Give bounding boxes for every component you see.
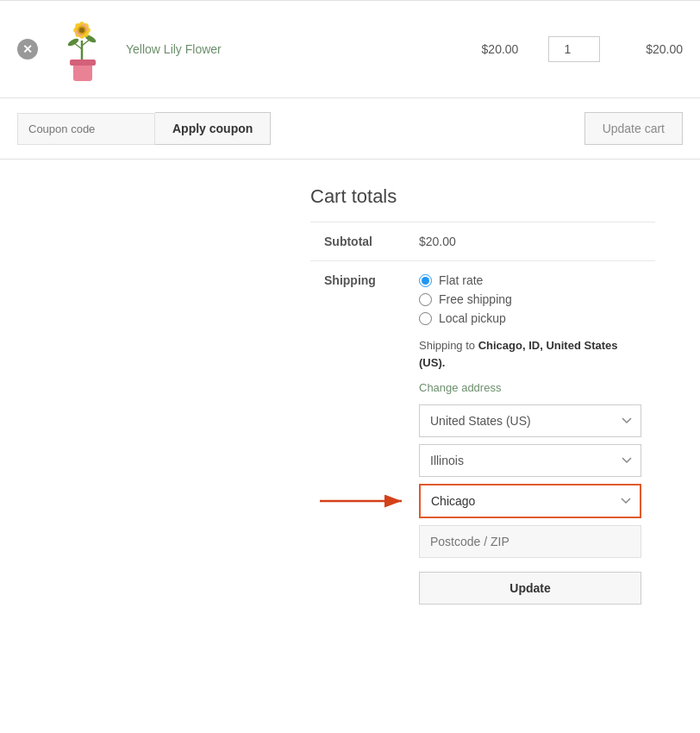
product-total: $20.00 [614, 42, 683, 56]
local-pickup-label: Local pickup [439, 311, 506, 325]
city-field-container: Chicago Springfield Naperville [419, 484, 641, 518]
totals-table: Subtotal $20.00 Shipping Flat rate Free … [310, 222, 655, 617]
close-icon: ✕ [22, 42, 33, 56]
coupon-left: Apply coupon [17, 112, 271, 145]
state-select[interactable]: Illinois California Texas New York [419, 444, 641, 477]
shipping-options: Flat rate Free shipping Local pickup [419, 273, 641, 325]
quantity-input[interactable] [548, 36, 600, 62]
address-fields: United States (US) Canada United Kingdom… [419, 404, 641, 605]
shipping-option-free[interactable]: Free shipping [419, 292, 641, 306]
free-shipping-label: Free shipping [439, 292, 512, 306]
free-shipping-radio[interactable] [419, 293, 432, 306]
flat-rate-radio[interactable] [419, 274, 432, 287]
subtotal-row: Subtotal $20.00 [310, 222, 655, 261]
update-address-button[interactable]: Update [419, 572, 641, 605]
city-select[interactable]: Chicago Springfield Naperville [419, 484, 641, 518]
shipping-option-flat-rate[interactable]: Flat rate [419, 273, 641, 287]
shipping-option-local[interactable]: Local pickup [419, 311, 641, 325]
update-cart-button[interactable]: Update cart [584, 112, 683, 145]
flat-rate-label: Flat rate [439, 273, 483, 287]
cart-totals-section: Cart totals Subtotal $20.00 Shipping Fla… [310, 185, 672, 617]
coupon-input[interactable] [17, 113, 155, 145]
product-name-link[interactable]: Yellow Lily Flower [126, 42, 452, 56]
change-address-link[interactable]: Change address [419, 381, 641, 394]
subtotal-value: $20.00 [405, 222, 655, 261]
country-select[interactable]: United States (US) Canada United Kingdom [419, 404, 641, 437]
shipping-cell: Flat rate Free shipping Local pickup Shi… [405, 261, 655, 617]
svg-rect-1 [70, 60, 96, 66]
product-image [52, 15, 112, 84]
subtotal-label: Subtotal [310, 222, 405, 261]
svg-point-14 [79, 28, 84, 33]
postcode-input[interactable] [419, 525, 641, 558]
remove-item-button[interactable]: ✕ [17, 39, 38, 60]
shipping-to-prefix: Shipping to [419, 339, 478, 352]
shipping-row: Shipping Flat rate Free shipping Local p… [310, 261, 655, 617]
local-pickup-radio[interactable] [419, 312, 432, 325]
shipping-to-text: Shipping to Chicago, ID, United States (… [419, 337, 641, 371]
cart-totals-title: Cart totals [310, 185, 655, 208]
apply-coupon-button[interactable]: Apply coupon [155, 112, 271, 145]
coupon-row: Apply coupon Update cart [0, 98, 700, 160]
annotation-arrow [316, 488, 410, 514]
shipping-label: Shipping [310, 261, 405, 617]
product-price: $20.00 [466, 42, 534, 56]
cart-item-row: ✕ Yellow Lily Flower $20 [0, 0, 700, 98]
